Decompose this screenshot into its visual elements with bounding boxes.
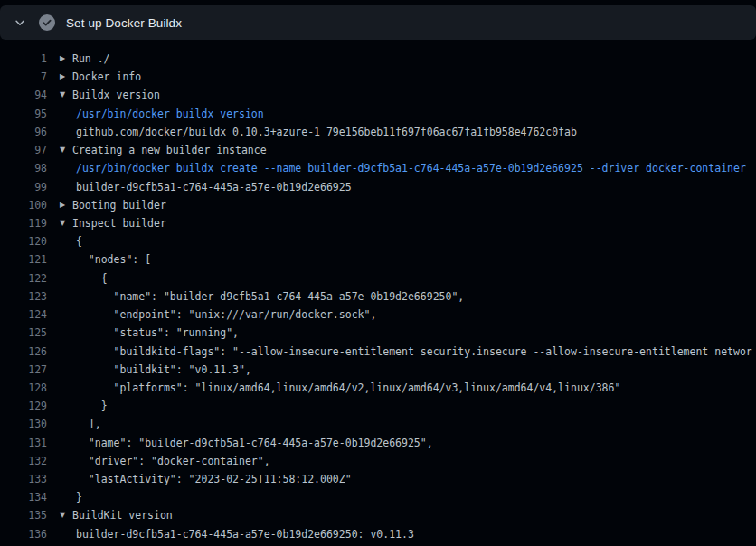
log-line: 129 } [0,397,756,415]
log-line: 123 "name": "builder-d9cfb5a1-c764-445a-… [0,287,756,306]
chevron-down-icon[interactable] [13,15,27,30]
log-output-text: } [76,397,108,415]
log-output-text: "name": "builder-d9cfb5a1-c764-445a-a57e… [76,287,464,306]
line-number[interactable]: 127 [0,361,47,379]
log-line: 96github.com/docker/buildx 0.10.3+azure-… [0,123,756,141]
line-number[interactable]: 125 [0,324,47,342]
log-line[interactable]: 100▶Booting builder [0,196,756,214]
log-line[interactable]: 119▼Inspect builder [0,214,756,232]
log-output-text: builder-d9cfb5a1-c764-445a-a57e-0b19d2e6… [76,525,414,543]
log-line: 134} [0,488,756,506]
log-line: 98/usr/bin/docker buildx create --name b… [0,159,756,177]
line-number[interactable]: 135 [0,506,47,524]
log-line: 126 "buildkitd-flags": "--allow-insecure… [0,343,756,361]
log-line[interactable]: 7▶Docker info [0,68,756,86]
line-number[interactable]: 119 [0,214,47,232]
log-output-text: } [76,488,82,506]
log-output-text: { [76,269,108,287]
line-number[interactable]: 97 [0,141,47,159]
line-number[interactable]: 136 [0,525,47,543]
line-number[interactable]: 94 [0,86,47,104]
group-expanded-triangle-icon[interactable]: ▼ [60,214,72,232]
line-number[interactable]: 121 [0,250,47,268]
log-viewer: 1▶Run ./7▶Docker info94▼Buildx version95… [0,50,756,543]
line-number[interactable]: 123 [0,287,47,306]
log-line[interactable]: 1▶Run ./ [0,50,756,68]
line-number[interactable]: 1 [0,50,47,68]
line-number[interactable]: 133 [0,470,47,488]
log-line: 95/usr/bin/docker buildx version [0,105,756,123]
line-number[interactable]: 95 [0,105,47,123]
log-output-text: "lastActivity": "2023-02-25T11:58:12.000… [76,470,352,488]
log-group-title: Creating a new builder instance [72,141,267,159]
log-output-text: "buildkit": "v0.11.3", [76,361,251,379]
log-output-text: github.com/docker/buildx 0.10.3+azure-1 … [76,123,577,141]
line-number[interactable]: 129 [0,397,47,415]
log-group-title: Booting builder [72,196,166,214]
line-number[interactable]: 99 [0,178,47,196]
line-number[interactable]: 130 [0,415,47,433]
log-group-title: Docker info [72,68,141,86]
group-expanded-triangle-icon[interactable]: ▼ [60,86,72,104]
log-line: 122 { [0,269,756,287]
log-output-text: "nodes": [ [76,250,151,268]
group-expanded-triangle-icon[interactable]: ▼ [60,141,72,159]
line-number[interactable]: 128 [0,379,47,397]
step-header[interactable]: Set up Docker Buildx [0,5,756,40]
log-output-text: ], [76,415,101,433]
log-line[interactable]: 94▼Buildx version [0,86,756,104]
log-command-text: /usr/bin/docker buildx version [76,105,264,123]
log-line: 124 "endpoint": "unix:///var/run/docker.… [0,306,756,324]
log-line: 133 "lastActivity": "2023-02-25T11:58:12… [0,470,756,488]
log-line[interactable]: 97▼Creating a new builder instance [0,141,756,159]
group-collapsed-triangle-icon[interactable]: ▶ [60,196,72,214]
log-line: 125 "status": "running", [0,324,756,342]
line-number[interactable]: 98 [0,159,47,177]
log-output-text: "endpoint": "unix:///var/run/docker.sock… [76,306,376,324]
log-group-title: Buildx version [72,86,160,104]
log-line: 121 "nodes": [ [0,250,756,268]
log-line: 99builder-d9cfb5a1-c764-445a-a57e-0b19d2… [0,178,756,196]
log-group-title: Inspect builder [72,214,166,232]
log-line: 127 "buildkit": "v0.11.3", [0,361,756,379]
log-output-text: "name": "builder-d9cfb5a1-c764-445a-a57e… [76,434,433,452]
log-output-text: builder-d9cfb5a1-c764-445a-a57e-0b19d2e6… [76,178,352,196]
log-line: 130 ], [0,415,756,433]
log-line: 136builder-d9cfb5a1-c764-445a-a57e-0b19d… [0,525,756,543]
log-line: 128 "platforms": "linux/amd64,linux/amd6… [0,379,756,397]
log-output-text: "platforms": "linux/amd64,linux/amd64/v2… [76,379,620,397]
check-circle-icon [39,14,55,31]
group-expanded-triangle-icon[interactable]: ▼ [60,506,72,524]
log-line: 131 "name": "builder-d9cfb5a1-c764-445a-… [0,434,756,452]
line-number[interactable]: 126 [0,343,47,361]
workflow-log-page: Set up Docker Buildx 1▶Run ./7▶Docker in… [0,0,756,546]
line-number[interactable]: 7 [0,68,47,86]
log-output-text: "buildkitd-flags": "--allow-insecure-ent… [76,343,752,361]
log-line: 132 "driver": "docker-container", [0,452,756,470]
step-title: Set up Docker Buildx [66,16,182,30]
log-line[interactable]: 135▼BuildKit version [0,506,756,524]
line-number[interactable]: 131 [0,434,47,452]
line-number[interactable]: 120 [0,232,47,250]
log-group-title: Run ./ [72,50,110,68]
log-output-text: "driver": "docker-container", [76,452,270,470]
line-number[interactable]: 122 [0,269,47,287]
line-number[interactable]: 96 [0,123,47,141]
line-number[interactable]: 124 [0,306,47,324]
group-collapsed-triangle-icon[interactable]: ▶ [60,50,72,68]
line-number[interactable]: 134 [0,488,47,506]
log-line: 120{ [0,232,756,250]
log-output-text: "status": "running", [76,324,239,342]
line-number[interactable]: 100 [0,196,47,214]
log-output-text: { [76,232,82,250]
log-command-text: /usr/bin/docker buildx create --name bui… [76,159,746,177]
group-collapsed-triangle-icon[interactable]: ▶ [60,68,72,86]
log-group-title: BuildKit version [72,506,173,524]
line-number[interactable]: 132 [0,452,47,470]
